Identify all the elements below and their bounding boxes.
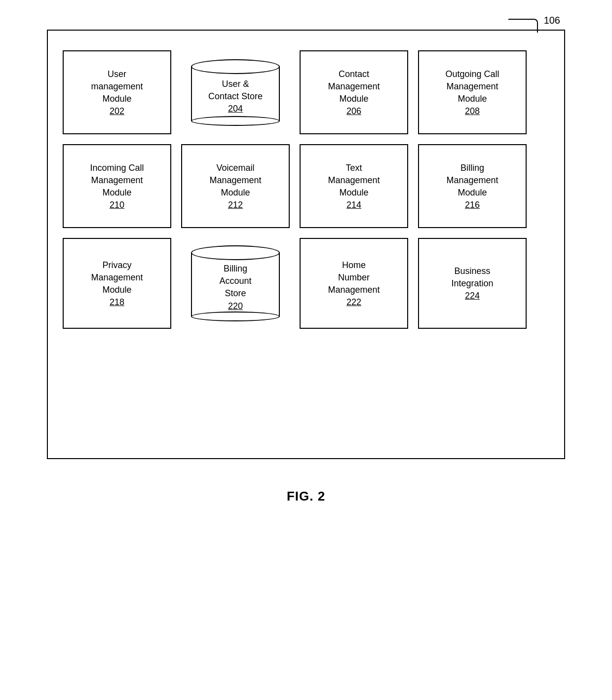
grid-row-2: Privacy Management Module218Billing Acco… [63,238,549,329]
voicemail-management-module: Voicemail Management Module212 [181,144,290,228]
user-management-module-ref: 202 [110,106,124,117]
billing-account-store-ref: 220 [228,301,243,311]
billing-account-store: Billing Account Store220 [181,238,290,329]
user-contact-store-ref: 204 [228,104,243,114]
contact-management-module: Contact Management Module206 [300,50,408,134]
billing-account-store-cylinder-top [191,245,280,260]
incoming-call-management-module-label: Incoming Call Management Module [90,162,144,199]
billing-account-store-cylinder-body: Billing Account Store220 [191,253,280,316]
outgoing-call-management-module-ref: 208 [465,106,480,117]
billing-account-store-label: Billing Account Store [219,263,251,300]
diagram-container: 106 User management Module202User & Cont… [47,30,565,459]
ref-bracket [508,19,538,33]
home-number-management: Home Number Management222 [300,238,408,329]
grid-row-1: Incoming Call Management Module210Voicem… [63,144,549,228]
business-integration-ref: 224 [465,291,480,301]
user-management-module: User management Module202 [63,50,171,134]
outgoing-call-management-module: Outgoing Call Management Module208 [418,50,527,134]
user-contact-store-cylinder-top [191,59,280,74]
business-integration: Business Integration224 [418,238,527,329]
incoming-call-management-module-ref: 210 [110,200,124,210]
contact-management-module-ref: 206 [346,106,361,117]
incoming-call-management-module: Incoming Call Management Module210 [63,144,171,228]
outgoing-call-management-module-label: Outgoing Call Management Module [445,68,499,106]
page-wrapper: 106 User management Module202User & Cont… [0,0,612,504]
privacy-management-module-label: Privacy Management Module [91,259,143,297]
billing-account-store-cylinder-bottom [191,311,280,321]
billing-account-store-cylinder: Billing Account Store220 [191,245,280,321]
text-management-module: Text Management Module214 [300,144,408,228]
text-management-module-ref: 214 [346,200,361,210]
billing-management-module: Billing Management Module216 [418,144,527,228]
text-management-module-label: Text Management Module [328,162,380,199]
contact-management-module-label: Contact Management Module [328,68,380,106]
user-management-module-label: User management Module [91,68,143,106]
user-contact-store-cylinder-body: User & Contact Store204 [191,67,280,121]
home-number-management-label: Home Number Management [328,259,380,297]
ref-label: 106 [544,15,560,26]
billing-management-module-ref: 216 [465,200,480,210]
voicemail-management-module-ref: 212 [228,200,243,210]
voicemail-management-module-label: Voicemail Management Module [209,162,261,199]
figure-caption: FIG. 2 [287,489,325,504]
business-integration-label: Business Integration [451,265,493,290]
user-contact-store-cylinder: User & Contact Store204 [191,59,280,126]
home-number-management-ref: 222 [346,297,361,308]
grid-row-0: User management Module202User & Contact … [63,50,549,134]
user-contact-store-cylinder-bottom [191,116,280,126]
billing-management-module-label: Billing Management Module [446,162,498,199]
privacy-management-module: Privacy Management Module218 [63,238,171,329]
user-contact-store-label: User & Contact Store [208,78,263,103]
outer-box: User management Module202User & Contact … [47,30,565,459]
privacy-management-module-ref: 218 [110,297,124,308]
user-contact-store: User & Contact Store204 [181,50,290,134]
